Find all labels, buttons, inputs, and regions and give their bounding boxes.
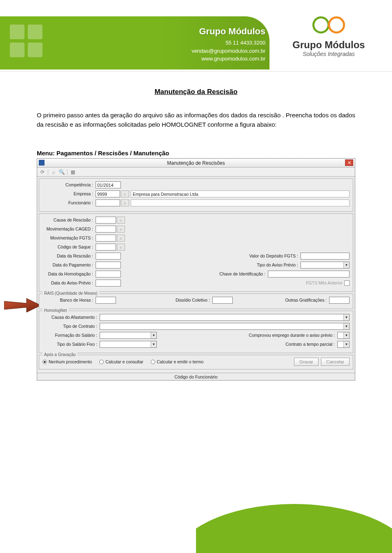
group-top: Competência : 01/2014 Empresa : 9999 ⌕ E… — [39, 178, 353, 212]
cancelar-button[interactable]: Cancelar — [321, 358, 350, 366]
tipo-contrato-select[interactable]: ▼ — [100, 323, 350, 330]
radio-emitir-label: Calcular e emitir o termo — [157, 359, 203, 364]
gravar-button[interactable]: Gravar — [294, 358, 318, 366]
group-rais: RAIS (Quantidade de Meses) Banco de Hora… — [39, 293, 353, 309]
cod-saque-lookup-icon[interactable]: ⌕ — [117, 244, 125, 251]
toolbar-icon-1[interactable]: ⟳ — [40, 169, 45, 175]
empresa-input[interactable]: 9999 — [96, 190, 120, 197]
apos-group-title: Após a Gravação — [42, 352, 77, 357]
causa-input[interactable] — [96, 217, 116, 224]
tipo-aviso-label: Tipo do Aviso Prévio : — [121, 262, 301, 267]
chevron-down-icon: ▼ — [151, 341, 156, 347]
window-toolbar: ⟳ ⌕ 🔍 ▦ — [37, 168, 355, 177]
funcionario-label: Funcionário : — [42, 200, 96, 205]
toolbar-search-icon[interactable]: ⌕ — [51, 169, 56, 175]
page-content: Manutenção da Rescisão O primeiro passo … — [0, 72, 392, 381]
mov-caged-input[interactable] — [96, 226, 116, 233]
header-email: vendas@grupomodulos.com.br — [192, 47, 265, 55]
valor-fgts-input[interactable] — [301, 253, 350, 260]
radio-icon — [42, 360, 47, 364]
window-body: Competência : 01/2014 Empresa : 9999 ⌕ E… — [37, 177, 355, 373]
group-rescisao: Causa de Rescisão : ⌕ Movimentação CAGED… — [39, 213, 353, 292]
banco-label: Banco de Horas : — [42, 298, 96, 302]
radio-consultar[interactable]: Calcular e consultar — [99, 359, 143, 364]
radio-icon — [99, 360, 104, 364]
mov-caged-lookup-icon[interactable]: ⌕ — [117, 226, 125, 233]
toolbar-grid-icon[interactable]: ▦ — [70, 169, 76, 175]
mov-fgts-input[interactable] — [96, 235, 116, 242]
fgts-mes-ant-checkbox[interactable] — [344, 280, 350, 286]
logo-subtitle: Soluções Integradas — [282, 51, 376, 57]
radio-icon — [151, 360, 155, 364]
contrato-parcial-select[interactable]: ▼ — [337, 341, 350, 348]
toolbar-magnify-icon[interactable]: 🔍 — [59, 169, 65, 175]
header-site: www.grupomodulos.com.br — [192, 55, 265, 63]
fgts-mes-ant-label: FGTS Mês Anterior — [306, 280, 343, 285]
screenshot-wrapper: Manutenção de Rescisões ✕ ⟳ ⌕ 🔍 ▦ Compet… — [37, 158, 355, 381]
page-header: Grupo Módulos 55 11 4433.3200 vendas@gru… — [0, 0, 392, 72]
dissidio-input[interactable] — [212, 297, 233, 304]
cod-saque-input[interactable] — [96, 244, 116, 251]
intro-text: O primeiro passo antes da geração do arq… — [37, 111, 355, 129]
formacao-sal-label: Formação do Salário : — [42, 333, 100, 338]
chevron-down-icon: ▼ — [343, 323, 349, 329]
data-homolog-label: Data da Homologação : — [42, 271, 96, 276]
gratif-input[interactable] — [329, 297, 350, 304]
tipo-aviso-select[interactable]: ▼ — [301, 262, 350, 269]
contrato-parcial-label: Contrato a tempo parcial : — [157, 342, 337, 347]
mov-fgts-lookup-icon[interactable]: ⌕ — [117, 235, 125, 242]
empresa-lookup-icon[interactable]: ⌕ — [121, 190, 129, 197]
window: Manutenção de Rescisões ✕ ⟳ ⌕ 🔍 ▦ Compet… — [37, 158, 355, 381]
valor-fgts-label: Valor do Depósito FGTS : — [121, 253, 301, 258]
empresa-label: Empresa : — [42, 191, 96, 196]
window-titlebar: Manutenção de Rescisões ✕ — [37, 159, 355, 168]
radio-emitir[interactable]: Calcular e emitir o termo — [151, 359, 203, 364]
group-homolognet: HomologNet Causa do Afastamento : ▼ Tipo… — [39, 311, 353, 353]
competencia-label: Competência : — [42, 182, 96, 187]
competencia-input[interactable]: 01/2014 — [96, 181, 121, 188]
header-brand: Grupo Módulos — [192, 25, 265, 38]
logo-title: Grupo Módulos — [282, 39, 376, 51]
gratif-label: Outras Gratificações : — [233, 298, 329, 302]
data-pag-input[interactable] — [96, 262, 121, 269]
funcionario-lookup-icon[interactable]: ⌕ — [121, 199, 129, 206]
comprov-select[interactable]: ▼ — [337, 332, 350, 339]
tipo-sal-fixo-select[interactable]: ▼ — [100, 341, 157, 348]
edit-icon — [39, 160, 45, 166]
chave-input[interactable] — [268, 271, 350, 278]
close-icon[interactable]: ✕ — [345, 159, 353, 166]
empresa-desc: Empresa para Demonstracao Ltda — [131, 190, 350, 197]
mov-caged-label: Movimentação CAGED : — [42, 226, 96, 231]
tipo-contrato-label: Tipo de Contrato : — [42, 324, 100, 329]
arrow-pointer-icon — [4, 295, 41, 316]
data-resc-input[interactable] — [96, 253, 121, 260]
hn-group-title: HomologNet — [42, 308, 69, 313]
causa-lookup-icon[interactable]: ⌕ — [117, 217, 125, 224]
data-aviso-input[interactable] — [96, 280, 121, 287]
window-title: Manutenção de Rescisões — [167, 160, 225, 166]
status-bar: Código do Funcionário — [37, 373, 355, 380]
causa-label: Causa de Rescisão : — [42, 217, 96, 222]
funcionario-input[interactable] — [96, 199, 120, 206]
chevron-down-icon: ▼ — [343, 332, 349, 338]
data-pag-label: Data do Pagamento : — [42, 262, 96, 267]
svg-marker-0 — [4, 298, 41, 312]
data-homolog-input[interactable] — [96, 271, 121, 278]
radio-nenhum[interactable]: Nenhum procedimento — [42, 359, 92, 364]
menu-path: Menu: Pagamentos / Rescisões / Manutençã… — [37, 150, 355, 157]
page-title: Manutenção da Rescisão — [37, 88, 355, 96]
funcionario-desc — [131, 199, 350, 206]
logo-rings-icon — [312, 16, 345, 37]
data-aviso-label: Data do Aviso Prévio : — [42, 280, 96, 285]
rais-group-title: RAIS (Quantidade de Meses) — [42, 291, 99, 296]
banco-input[interactable] — [96, 297, 116, 304]
causa-afast-select[interactable]: ▼ — [100, 314, 350, 321]
chave-label: Chave de Identificação : — [121, 271, 268, 276]
chevron-down-icon: ▼ — [151, 332, 156, 338]
header-logo: Grupo Módulos Soluções Integradas — [282, 16, 376, 57]
chevron-down-icon: ▼ — [343, 314, 349, 320]
chevron-down-icon: ▼ — [343, 262, 349, 268]
radio-nenhum-label: Nenhum procedimento — [49, 359, 92, 364]
formacao-sal-select[interactable]: ▼ — [100, 332, 157, 339]
radio-consultar-label: Calcular e consultar — [105, 359, 143, 364]
